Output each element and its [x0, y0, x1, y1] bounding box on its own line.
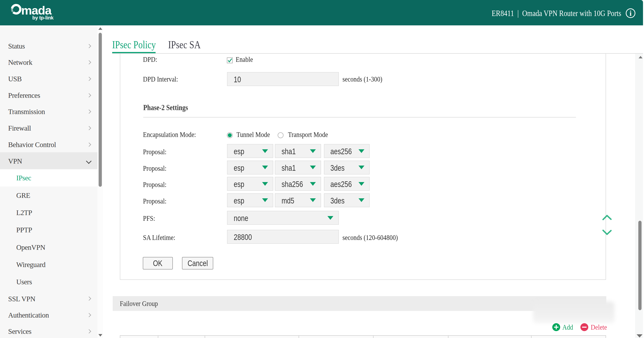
svg-text:by tp-link: by tp-link — [32, 15, 54, 20]
